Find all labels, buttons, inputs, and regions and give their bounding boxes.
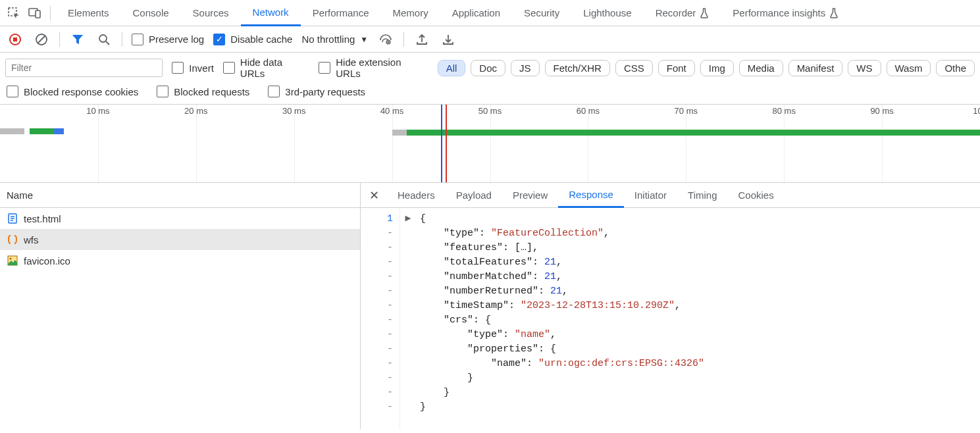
waterfall-gridline [784, 105, 785, 182]
detail-tab-headers[interactable]: Headers [387, 183, 446, 208]
waterfall-gridline [490, 105, 491, 182]
filter-bar: Invert Hide data URLs Hide extension URL… [0, 53, 980, 83]
waterfall-gridline [98, 105, 99, 182]
detail-tab-timing[interactable]: Timing [677, 183, 727, 208]
inspect-icon[interactable] [4, 3, 24, 23]
device-toggle-icon[interactable] [25, 3, 45, 23]
upload-har-icon[interactable] [413, 31, 430, 48]
preserve-log-checkbox[interactable]: Preserve log [132, 34, 204, 45]
detail-tab-payload[interactable]: Payload [446, 183, 502, 208]
record-button[interactable] [7, 31, 24, 48]
tab-security[interactable]: Security [512, 0, 571, 26]
third-party-checkbox[interactable]: 3rd-party requests [268, 86, 365, 97]
filter-type-wasm[interactable]: Wasm [887, 60, 931, 76]
search-icon[interactable] [95, 31, 113, 48]
svg-rect-2 [36, 11, 40, 18]
tab-application[interactable]: Application [440, 0, 512, 26]
filter-type-fetchxhr[interactable]: Fetch/XHR [545, 60, 610, 76]
close-icon[interactable]: ✕ [361, 188, 387, 203]
fold-toggle[interactable]: ▶ [400, 212, 416, 226]
preserve-log-label: Preserve log [149, 34, 204, 45]
waterfall-tick-label: 80 ms [772, 106, 795, 116]
img-icon [7, 255, 18, 267]
response-body[interactable]: 1------------- ▶ { "type": "FeatureColle… [361, 208, 980, 429]
filter-type-ws[interactable]: WS [848, 60, 881, 76]
filter-bar-2: Blocked response cookies Blocked request… [0, 83, 980, 104]
waterfall-gridline [686, 105, 686, 182]
network-conditions-icon[interactable] [377, 31, 394, 48]
waterfall-overview[interactable]: 10 ms20 ms30 ms40 ms50 ms60 ms70 ms80 ms… [0, 104, 980, 183]
request-name: wfs [24, 234, 39, 245]
svg-rect-4 [13, 38, 17, 41]
hide-extension-urls-checkbox[interactable]: Hide extension URLs [319, 57, 428, 79]
svg-line-6 [38, 36, 45, 43]
blocked-cookies-checkbox[interactable]: Blocked response cookies [7, 86, 138, 97]
tab-lighthouse[interactable]: Lighthouse [571, 0, 643, 26]
filter-type-media[interactable]: Media [739, 60, 783, 76]
detail-tabs: ✕ HeadersPayloadPreviewResponseInitiator… [361, 183, 980, 208]
filter-type-img[interactable]: Img [700, 60, 734, 76]
blocked-requests-checkbox[interactable]: Blocked requests [157, 86, 249, 97]
waterfall-gridline [196, 105, 197, 182]
filter-icon[interactable] [69, 31, 86, 48]
disable-cache-label: Disable cache [230, 34, 292, 45]
tab-memory[interactable]: Memory [381, 0, 440, 26]
devtools-tabs: ElementsConsoleSourcesNetworkPerformance… [0, 0, 980, 26]
waterfall-tick-label: 50 ms [478, 106, 502, 116]
clear-button[interactable] [33, 31, 50, 48]
waterfall-gridline [882, 105, 883, 182]
waterfall-bar [30, 128, 54, 134]
main-split: Name test.htmlwfsfavicon.ico ✕ HeadersPa… [0, 183, 980, 429]
filter-type-js[interactable]: JS [511, 60, 540, 76]
request-row[interactable]: wfs [0, 229, 360, 250]
waterfall-tick-label: 100 [973, 106, 980, 116]
tab-performance[interactable]: Performance [301, 0, 381, 26]
waterfall-gridline [392, 105, 393, 182]
separator [50, 6, 51, 20]
detail-tab-cookies[interactable]: Cookies [727, 183, 784, 208]
chevron-down-icon: ▼ [360, 35, 368, 44]
separator [59, 32, 60, 47]
download-har-icon[interactable] [440, 31, 457, 48]
svg-line-8 [106, 41, 109, 45]
waterfall-tick-label: 60 ms [577, 106, 600, 116]
filter-input[interactable] [5, 59, 163, 77]
tab-performance-insights[interactable]: Performance insights [721, 0, 850, 26]
filter-type-all[interactable]: All [438, 60, 466, 76]
waterfall-tick-label: 90 ms [870, 106, 893, 116]
request-name: test.html [24, 213, 61, 224]
request-name: favicon.ico [24, 255, 70, 267]
request-row[interactable]: favicon.ico [0, 250, 360, 271]
detail-tab-response[interactable]: Response [558, 183, 624, 208]
filter-type-css[interactable]: CSS [615, 60, 653, 76]
request-list-header[interactable]: Name [0, 183, 360, 208]
tab-elements[interactable]: Elements [56, 0, 121, 26]
waterfall-gridline [588, 105, 588, 182]
invert-checkbox[interactable]: Invert [172, 62, 214, 74]
detail-tab-preview[interactable]: Preview [502, 183, 558, 208]
filter-type-doc[interactable]: Doc [471, 60, 505, 76]
request-row[interactable]: test.html [0, 208, 360, 229]
detail-tab-initiator[interactable]: Initiator [624, 183, 677, 208]
tab-recorder[interactable]: Recorder [644, 0, 721, 26]
throttling-select[interactable]: No throttling ▼ [301, 34, 368, 45]
request-list: Name test.htmlwfsfavicon.ico [0, 183, 361, 429]
tab-console[interactable]: Console [121, 0, 181, 26]
waterfall-tick-label: 30 ms [282, 106, 305, 116]
disable-cache-checkbox[interactable]: Disable cache [213, 34, 292, 45]
tab-sources[interactable]: Sources [181, 0, 241, 26]
doc-icon [7, 213, 18, 224]
filter-type-othe[interactable]: Othe [936, 60, 975, 76]
filter-type-font[interactable]: Font [658, 60, 695, 76]
flask-icon [829, 8, 838, 18]
hide-data-urls-checkbox[interactable]: Hide data URLs [223, 57, 309, 79]
waterfall-tick-label: 10 ms [86, 106, 109, 116]
network-toolbar: Preserve log Disable cache No throttling… [0, 26, 980, 53]
waterfall-marker [446, 105, 447, 182]
waterfall-tick-label: 40 ms [380, 106, 403, 116]
request-detail: ✕ HeadersPayloadPreviewResponseInitiator… [361, 183, 980, 429]
waterfall-tick-label: 20 ms [184, 106, 207, 116]
filter-type-manifest[interactable]: Manifest [788, 60, 843, 76]
throttling-label: No throttling [301, 34, 355, 45]
tab-network[interactable]: Network [241, 0, 301, 26]
